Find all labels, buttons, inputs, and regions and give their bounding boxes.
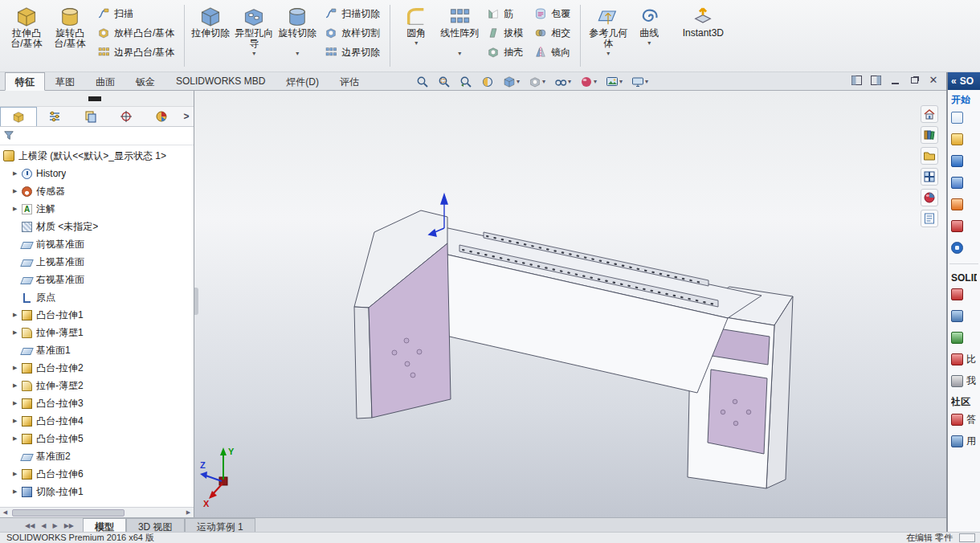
scrollbar-thumb[interactable] (12, 509, 125, 516)
tab-features[interactable]: 特征 (5, 72, 45, 91)
general-info-item[interactable] (951, 237, 977, 259)
panel-splitter-handle[interactable] (88, 96, 101, 101)
panel-tabs-overflow-chevron[interactable] (179, 111, 194, 122)
instant3d-button[interactable]: Instant3D (672, 2, 733, 41)
whats-new-item[interactable] (951, 194, 977, 215)
tree-item-extrude-thin2[interactable]: 拉伸-薄壁2 (0, 377, 194, 394)
tool-item-compare[interactable]: 比 (951, 349, 977, 370)
first-tab-icon[interactable] (22, 521, 37, 531)
tool-item-my-products[interactable]: 我 (951, 370, 977, 392)
3d-views-tab[interactable]: 3D 视图 (126, 518, 185, 532)
last-tab-icon[interactable] (62, 521, 76, 531)
zoom-fit-icon[interactable] (414, 74, 431, 90)
edit-appearance-icon[interactable]: ▾ (578, 74, 599, 90)
tree-item-extrude-thin1[interactable]: 拉伸-薄壁1 (0, 324, 194, 341)
previous-tab-icon[interactable] (39, 521, 48, 531)
minimize-button[interactable] (888, 74, 901, 86)
tool-item-2[interactable] (951, 305, 977, 327)
expand-arrow-icon[interactable] (13, 188, 22, 194)
propertymanager-tab[interactable] (37, 107, 72, 126)
scroll-right-icon[interactable] (183, 508, 194, 517)
online-training-item[interactable] (951, 172, 977, 194)
swept-boss-button[interactable]: 扫描 (92, 4, 180, 23)
displaymanager-tab[interactable] (144, 107, 179, 126)
tree-item-boss-extrude2[interactable]: 凸台-拉伸2 (0, 359, 194, 377)
new-document-item[interactable] (951, 107, 977, 129)
revolved-boss-base-button[interactable]: 旋转凸台/基体 (48, 2, 92, 51)
view-settings-icon[interactable]: ▾ (629, 74, 651, 90)
open-document-item[interactable] (951, 129, 977, 150)
collapse-chevron-icon[interactable]: « (951, 76, 957, 87)
restore-button[interactable] (908, 74, 921, 86)
hide-show-items-icon[interactable]: ▾ (552, 74, 574, 90)
tree-item-sensors[interactable]: 传感器 (0, 182, 194, 200)
dropdown-caret-icon[interactable]: ▾ (594, 78, 597, 85)
featuremanager-tab[interactable] (0, 107, 37, 126)
dropdown-caret-icon[interactable]: ▾ (645, 78, 648, 85)
linear-pattern-button[interactable]: 线性阵列 ▾ (438, 2, 481, 59)
dropdown-caret-icon[interactable]: ▾ (414, 39, 418, 47)
tab-solidworks-mbd[interactable]: SOLIDWORKS MBD (165, 72, 276, 91)
tree-item-top-plane[interactable]: 上视基准面 (0, 253, 194, 271)
tree-item-annotations[interactable]: 注解 (0, 200, 194, 218)
swept-cut-button[interactable]: 扫描切除 (319, 4, 386, 23)
lofted-boss-button[interactable]: 放样凸台/基体 (92, 23, 180, 43)
previous-view-icon[interactable] (457, 74, 475, 90)
tree-item-boss-extrude6[interactable]: 凸台-拉伸6 (0, 465, 194, 483)
shell-button[interactable]: 抽壳 (481, 43, 529, 62)
tree-item-front-plane[interactable]: 前视基准面 (0, 235, 194, 253)
expand-arrow-icon[interactable] (13, 382, 22, 389)
expand-arrow-icon[interactable] (13, 418, 22, 424)
curves-button[interactable]: 曲线 ▾ (631, 2, 667, 48)
expand-arrow-icon[interactable] (13, 365, 22, 371)
expand-arrow-icon[interactable] (13, 400, 22, 406)
extruded-boss-base-button[interactable]: 拉伸凸台/基体 (5, 2, 48, 51)
expand-arrow-icon[interactable] (13, 471, 22, 477)
close-button[interactable]: ✕ (927, 74, 940, 86)
fillet-button[interactable]: 圆角 ▾ (394, 2, 438, 48)
revolved-cut-button[interactable]: 旋转切除 ▾ (276, 2, 319, 59)
wrap-button[interactable]: 包覆 (529, 4, 576, 23)
expand-arrow-icon[interactable] (13, 435, 22, 442)
tree-item-boss-extrude3[interactable]: 凸台-拉伸3 (0, 394, 194, 412)
tree-item-right-plane[interactable]: 右视基准面 (0, 271, 194, 288)
expand-arrow-icon[interactable] (13, 206, 22, 212)
apply-scene-icon[interactable]: ▾ (603, 74, 625, 90)
motion-study-tab[interactable]: 运动算例 1 (185, 518, 255, 532)
tree-item-boss-extrude1[interactable]: 凸台-拉伸1 (0, 306, 194, 324)
tree-item-boss-extrude4[interactable]: 凸台-拉伸4 (0, 412, 194, 430)
expand-arrow-icon[interactable] (13, 488, 22, 495)
view-palette-icon[interactable] (921, 168, 938, 186)
tree-filter-row[interactable] (0, 127, 194, 145)
dropdown-caret-icon[interactable]: ▾ (647, 39, 651, 47)
tree-item-origin[interactable]: 原点 (0, 288, 194, 306)
tool-item-3[interactable] (951, 327, 977, 349)
dropdown-caret-icon[interactable]: ▾ (252, 50, 255, 57)
user-groups-item[interactable] (951, 215, 977, 237)
tree-item-plane2[interactable]: 基准面2 (0, 447, 194, 465)
tree-item-plane1[interactable]: 基准面1 (0, 341, 194, 359)
dropdown-caret-icon[interactable]: ▾ (606, 50, 610, 57)
display-style-icon[interactable]: ▾ (526, 74, 548, 90)
dropdown-caret-icon[interactable]: ▾ (542, 78, 545, 85)
tree-root-part[interactable]: 上横梁 (默认<<默认>_显示状态 1> (0, 147, 194, 165)
home-icon[interactable] (921, 105, 938, 123)
intersect-button[interactable]: 相交 (529, 23, 576, 43)
dropdown-caret-icon[interactable]: ▾ (296, 50, 299, 57)
tree-item-boss-extrude5[interactable]: 凸台-拉伸5 (0, 430, 194, 447)
tree-item-history[interactable]: History (0, 165, 194, 182)
pane-left-icon[interactable] (850, 74, 863, 86)
tab-sketch[interactable]: 草图 (45, 72, 85, 91)
expand-arrow-icon[interactable] (13, 170, 22, 177)
tutorials-item[interactable] (951, 150, 977, 172)
community-item-2[interactable]: 用 (951, 431, 977, 452)
dimxpertmanager-tab[interactable] (108, 107, 144, 126)
configurationmanager-tab[interactable] (72, 107, 108, 126)
task-pane-header[interactable]: « SO (948, 72, 980, 90)
rib-button[interactable]: 筋 (481, 4, 529, 23)
extruded-cut-button[interactable]: 拉伸切除 (189, 2, 232, 51)
3d-model-canvas[interactable]: Y Z X (194, 91, 946, 517)
graphics-viewport[interactable]: Y Z X (194, 91, 946, 517)
section-view-icon[interactable] (479, 74, 496, 90)
expand-arrow-icon[interactable] (13, 329, 22, 336)
